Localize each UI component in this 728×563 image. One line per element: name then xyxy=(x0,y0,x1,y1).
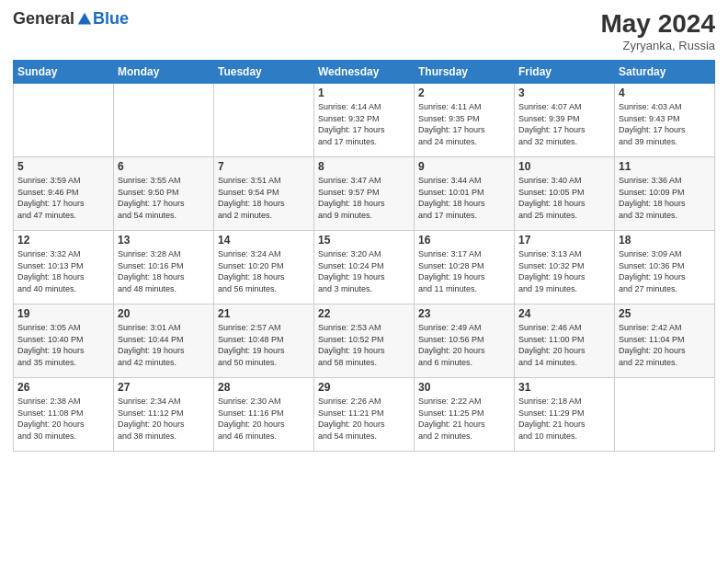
cell-info: Sunrise: 2:49 AM Sunset: 10:56 PM Daylig… xyxy=(418,322,510,368)
cell-info: Sunrise: 3:20 AM Sunset: 10:24 PM Daylig… xyxy=(318,248,410,294)
cell-3-2: 21Sunrise: 2:57 AM Sunset: 10:48 PM Dayl… xyxy=(214,304,314,378)
month-year: May 2024 xyxy=(600,9,715,39)
day-number: 31 xyxy=(518,381,610,394)
cell-4-4: 30Sunrise: 2:22 AM Sunset: 11:25 PM Dayl… xyxy=(415,378,515,452)
day-number: 24 xyxy=(518,307,610,320)
cell-info: Sunrise: 3:47 AM Sunset: 9:57 PM Dayligh… xyxy=(318,175,410,221)
cell-info: Sunrise: 2:18 AM Sunset: 11:29 PM Daylig… xyxy=(518,396,610,442)
cell-info: Sunrise: 3:55 AM Sunset: 9:50 PM Dayligh… xyxy=(118,175,210,221)
col-header-thursday: Thursday xyxy=(415,61,515,84)
cell-4-2: 28Sunrise: 2:30 AM Sunset: 11:16 PM Dayl… xyxy=(214,378,314,452)
cell-info: Sunrise: 2:26 AM Sunset: 11:21 PM Daylig… xyxy=(318,396,410,442)
day-number: 17 xyxy=(518,234,610,247)
cell-1-3: 8Sunrise: 3:47 AM Sunset: 9:57 PM Daylig… xyxy=(314,157,415,231)
day-number: 19 xyxy=(17,307,109,320)
week-row-0: 1Sunrise: 4:14 AM Sunset: 9:32 PM Daylig… xyxy=(14,84,715,157)
cell-info: Sunrise: 3:17 AM Sunset: 10:28 PM Daylig… xyxy=(418,248,510,294)
cell-info: Sunrise: 4:11 AM Sunset: 9:35 PM Dayligh… xyxy=(418,101,510,147)
cell-info: Sunrise: 3:44 AM Sunset: 10:01 PM Daylig… xyxy=(418,175,510,221)
logo-general: General xyxy=(13,9,74,29)
cell-info: Sunrise: 2:42 AM Sunset: 11:04 PM Daylig… xyxy=(619,322,711,368)
day-number: 15 xyxy=(318,234,410,247)
day-number: 12 xyxy=(17,234,109,247)
day-number: 14 xyxy=(218,234,310,247)
day-number: 25 xyxy=(619,307,711,320)
logo: General Blue xyxy=(13,9,129,29)
cell-info: Sunrise: 2:30 AM Sunset: 11:16 PM Daylig… xyxy=(218,396,310,442)
cell-3-3: 22Sunrise: 2:53 AM Sunset: 10:52 PM Dayl… xyxy=(314,304,415,378)
calendar-page: General Blue May 2024 Zyryanka, Russia S… xyxy=(0,0,728,563)
cell-3-4: 23Sunrise: 2:49 AM Sunset: 10:56 PM Dayl… xyxy=(415,304,515,378)
day-number: 26 xyxy=(17,381,109,394)
week-row-2: 12Sunrise: 3:32 AM Sunset: 10:13 PM Dayl… xyxy=(14,231,715,304)
cell-3-6: 25Sunrise: 2:42 AM Sunset: 11:04 PM Dayl… xyxy=(615,304,715,378)
cell-info: Sunrise: 4:07 AM Sunset: 9:39 PM Dayligh… xyxy=(518,101,610,147)
col-header-saturday: Saturday xyxy=(615,61,715,84)
cell-1-5: 10Sunrise: 3:40 AM Sunset: 10:05 PM Dayl… xyxy=(515,157,615,231)
header: General Blue May 2024 Zyryanka, Russia xyxy=(13,9,715,52)
day-number: 6 xyxy=(118,160,210,173)
cell-2-4: 16Sunrise: 3:17 AM Sunset: 10:28 PM Dayl… xyxy=(415,231,515,304)
day-number: 22 xyxy=(318,307,410,320)
calendar-table: SundayMondayTuesdayWednesdayThursdayFrid… xyxy=(13,60,715,452)
cell-0-6: 4Sunrise: 4:03 AM Sunset: 9:43 PM Daylig… xyxy=(615,84,715,157)
logo-area: General Blue xyxy=(13,9,129,29)
cell-2-0: 12Sunrise: 3:32 AM Sunset: 10:13 PM Dayl… xyxy=(14,231,114,304)
cell-0-2 xyxy=(214,84,314,157)
cell-info: Sunrise: 3:32 AM Sunset: 10:13 PM Daylig… xyxy=(17,248,109,294)
cell-3-1: 20Sunrise: 3:01 AM Sunset: 10:44 PM Dayl… xyxy=(114,304,214,378)
cell-1-0: 5Sunrise: 3:59 AM Sunset: 9:46 PM Daylig… xyxy=(14,157,114,231)
day-number: 2 xyxy=(418,86,510,99)
week-row-1: 5Sunrise: 3:59 AM Sunset: 9:46 PM Daylig… xyxy=(14,157,715,231)
day-number: 16 xyxy=(418,234,510,247)
col-header-monday: Monday xyxy=(114,61,214,84)
day-number: 13 xyxy=(118,234,210,247)
cell-0-4: 2Sunrise: 4:11 AM Sunset: 9:35 PM Daylig… xyxy=(415,84,515,157)
day-number: 4 xyxy=(619,86,711,99)
cell-info: Sunrise: 3:51 AM Sunset: 9:54 PM Dayligh… xyxy=(218,175,310,221)
cell-3-0: 19Sunrise: 3:05 AM Sunset: 10:40 PM Dayl… xyxy=(14,304,114,378)
day-number: 3 xyxy=(518,86,610,99)
cell-2-6: 18Sunrise: 3:09 AM Sunset: 10:36 PM Dayl… xyxy=(615,231,715,304)
cell-4-3: 29Sunrise: 2:26 AM Sunset: 11:21 PM Dayl… xyxy=(314,378,415,452)
col-header-friday: Friday xyxy=(515,61,615,84)
col-header-sunday: Sunday xyxy=(14,61,114,84)
cell-info: Sunrise: 2:38 AM Sunset: 11:08 PM Daylig… xyxy=(17,396,109,442)
cell-4-0: 26Sunrise: 2:38 AM Sunset: 11:08 PM Dayl… xyxy=(14,378,114,452)
week-row-3: 19Sunrise: 3:05 AM Sunset: 10:40 PM Dayl… xyxy=(14,304,715,378)
cell-info: Sunrise: 3:28 AM Sunset: 10:16 PM Daylig… xyxy=(118,248,210,294)
cell-info: Sunrise: 3:09 AM Sunset: 10:36 PM Daylig… xyxy=(619,248,711,294)
day-number: 7 xyxy=(218,160,310,173)
cell-info: Sunrise: 2:34 AM Sunset: 11:12 PM Daylig… xyxy=(118,396,210,442)
day-number: 30 xyxy=(418,381,510,394)
day-number: 27 xyxy=(118,381,210,394)
day-number: 18 xyxy=(619,234,711,247)
cell-info: Sunrise: 3:24 AM Sunset: 10:20 PM Daylig… xyxy=(218,248,310,294)
cell-info: Sunrise: 3:13 AM Sunset: 10:32 PM Daylig… xyxy=(518,248,610,294)
cell-info: Sunrise: 4:03 AM Sunset: 9:43 PM Dayligh… xyxy=(619,101,711,147)
cell-info: Sunrise: 2:22 AM Sunset: 11:25 PM Daylig… xyxy=(418,396,510,442)
cell-info: Sunrise: 2:46 AM Sunset: 11:00 PM Daylig… xyxy=(518,322,610,368)
cell-1-6: 11Sunrise: 3:36 AM Sunset: 10:09 PM Dayl… xyxy=(615,157,715,231)
logo-icon xyxy=(76,11,93,28)
title-area: May 2024 Zyryanka, Russia xyxy=(600,9,715,52)
week-row-4: 26Sunrise: 2:38 AM Sunset: 11:08 PM Dayl… xyxy=(14,378,715,452)
svg-marker-0 xyxy=(78,12,91,24)
cell-info: Sunrise: 3:01 AM Sunset: 10:44 PM Daylig… xyxy=(118,322,210,368)
cell-info: Sunrise: 2:57 AM Sunset: 10:48 PM Daylig… xyxy=(218,322,310,368)
day-number: 23 xyxy=(418,307,510,320)
col-header-wednesday: Wednesday xyxy=(314,61,415,84)
cell-info: Sunrise: 3:40 AM Sunset: 10:05 PM Daylig… xyxy=(518,175,610,221)
cell-1-1: 6Sunrise: 3:55 AM Sunset: 9:50 PM Daylig… xyxy=(114,157,214,231)
day-number: 10 xyxy=(518,160,610,173)
cell-0-1 xyxy=(114,84,214,157)
location: Zyryanka, Russia xyxy=(600,39,715,52)
cell-0-0 xyxy=(14,84,114,157)
day-number: 21 xyxy=(218,307,310,320)
day-number: 29 xyxy=(318,381,410,394)
cell-info: Sunrise: 2:53 AM Sunset: 10:52 PM Daylig… xyxy=(318,322,410,368)
cell-info: Sunrise: 3:05 AM Sunset: 10:40 PM Daylig… xyxy=(17,322,109,368)
cell-info: Sunrise: 4:14 AM Sunset: 9:32 PM Dayligh… xyxy=(318,101,410,147)
cell-2-2: 14Sunrise: 3:24 AM Sunset: 10:20 PM Dayl… xyxy=(214,231,314,304)
cell-info: Sunrise: 3:36 AM Sunset: 10:09 PM Daylig… xyxy=(619,175,711,221)
